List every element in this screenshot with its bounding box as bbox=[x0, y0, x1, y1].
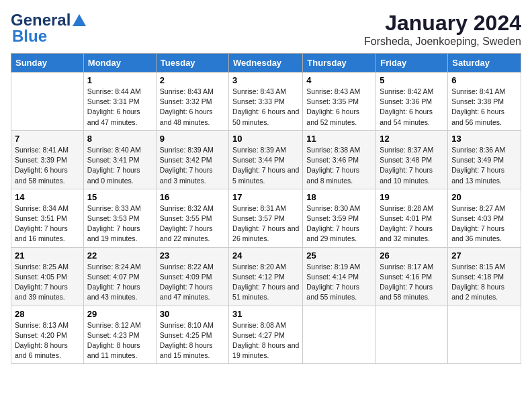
day-info: Sunrise: 8:33 AMSunset: 3:53 PMDaylight:… bbox=[87, 203, 152, 244]
day-number: 27 bbox=[451, 250, 517, 261]
calendar-cell: 19Sunrise: 8:28 AMSunset: 4:01 PMDayligh… bbox=[376, 189, 448, 247]
calendar-cell: 29Sunrise: 8:12 AMSunset: 4:23 PMDayligh… bbox=[83, 306, 156, 364]
day-info: Sunrise: 8:36 AMSunset: 3:49 PMDaylight:… bbox=[451, 145, 517, 186]
day-info: Sunrise: 8:22 AMSunset: 4:09 PMDaylight:… bbox=[160, 262, 225, 303]
day-info: Sunrise: 8:43 AMSunset: 3:33 PMDaylight:… bbox=[232, 87, 299, 128]
calendar-cell: 30Sunrise: 8:10 AMSunset: 4:25 PMDayligh… bbox=[156, 306, 228, 364]
day-number: 9 bbox=[160, 134, 225, 144]
calendar-cell: 27Sunrise: 8:15 AMSunset: 4:18 PMDayligh… bbox=[448, 247, 521, 306]
day-info: Sunrise: 8:37 AMSunset: 3:48 PMDaylight:… bbox=[380, 145, 444, 186]
calendar-cell: 4Sunrise: 8:43 AMSunset: 3:35 PMDaylight… bbox=[303, 73, 376, 131]
day-info: Sunrise: 8:40 AMSunset: 3:41 PMDaylight:… bbox=[87, 145, 152, 186]
day-number: 19 bbox=[380, 192, 444, 202]
calendar-cell: 5Sunrise: 8:42 AMSunset: 3:36 PMDaylight… bbox=[376, 73, 448, 131]
calendar-cell: 31Sunrise: 8:08 AMSunset: 4:27 PMDayligh… bbox=[229, 306, 303, 364]
day-number: 31 bbox=[232, 309, 299, 319]
calendar-cell: 11Sunrise: 8:38 AMSunset: 3:46 PMDayligh… bbox=[303, 130, 376, 189]
day-info: Sunrise: 8:42 AMSunset: 3:36 PMDaylight:… bbox=[380, 87, 444, 128]
calendar-cell: 13Sunrise: 8:36 AMSunset: 3:49 PMDayligh… bbox=[448, 130, 521, 189]
day-number: 4 bbox=[306, 75, 372, 85]
calendar-cell: 8Sunrise: 8:40 AMSunset: 3:41 PMDaylight… bbox=[83, 130, 156, 189]
day-info: Sunrise: 8:43 AMSunset: 3:35 PMDaylight:… bbox=[306, 87, 372, 128]
calendar-table: SundayMondayTuesdayWednesdayThursdayFrid… bbox=[11, 53, 521, 364]
header-monday: Monday bbox=[83, 54, 156, 73]
day-number: 10 bbox=[232, 134, 299, 144]
day-number: 23 bbox=[160, 250, 225, 261]
calendar-cell: 9Sunrise: 8:39 AMSunset: 3:42 PMDaylight… bbox=[156, 130, 228, 189]
day-number: 8 bbox=[87, 134, 152, 144]
day-info: Sunrise: 8:10 AMSunset: 4:25 PMDaylight:… bbox=[160, 320, 225, 361]
calendar-cell: 12Sunrise: 8:37 AMSunset: 3:48 PMDayligh… bbox=[376, 130, 448, 189]
page-title: January 2024 bbox=[364, 11, 521, 36]
day-info: Sunrise: 8:41 AMSunset: 3:38 PMDaylight:… bbox=[451, 87, 517, 128]
calendar-cell: 20Sunrise: 8:27 AMSunset: 4:03 PMDayligh… bbox=[448, 189, 521, 247]
day-number: 2 bbox=[160, 75, 225, 85]
day-info: Sunrise: 8:15 AMSunset: 4:18 PMDaylight:… bbox=[451, 262, 517, 303]
calendar-cell: 6Sunrise: 8:41 AMSunset: 3:38 PMDaylight… bbox=[448, 73, 521, 131]
logo-blue: Blue bbox=[12, 27, 47, 46]
day-number: 29 bbox=[87, 309, 152, 319]
day-info: Sunrise: 8:39 AMSunset: 3:42 PMDaylight:… bbox=[160, 145, 225, 186]
day-number: 13 bbox=[451, 134, 517, 144]
svg-marker-0 bbox=[73, 14, 86, 26]
day-info: Sunrise: 8:20 AMSunset: 4:12 PMDaylight:… bbox=[232, 262, 299, 303]
day-info: Sunrise: 8:44 AMSunset: 3:31 PMDaylight:… bbox=[87, 87, 152, 128]
calendar-cell: 18Sunrise: 8:30 AMSunset: 3:59 PMDayligh… bbox=[303, 189, 376, 247]
day-number: 25 bbox=[306, 250, 372, 261]
day-info: Sunrise: 8:34 AMSunset: 3:51 PMDaylight:… bbox=[15, 203, 80, 244]
calendar-cell: 23Sunrise: 8:22 AMSunset: 4:09 PMDayligh… bbox=[156, 247, 228, 306]
day-number: 7 bbox=[15, 134, 80, 144]
day-info: Sunrise: 8:25 AMSunset: 4:05 PMDaylight:… bbox=[15, 262, 80, 303]
logo: General Blue bbox=[11, 11, 87, 46]
day-number: 24 bbox=[232, 250, 299, 261]
day-info: Sunrise: 8:41 AMSunset: 3:39 PMDaylight:… bbox=[15, 145, 80, 186]
header-saturday: Saturday bbox=[448, 54, 521, 73]
calendar-week-3: 14Sunrise: 8:34 AMSunset: 3:51 PMDayligh… bbox=[11, 189, 521, 247]
calendar-cell: 24Sunrise: 8:20 AMSunset: 4:12 PMDayligh… bbox=[229, 247, 303, 306]
calendar-cell: 10Sunrise: 8:39 AMSunset: 3:44 PMDayligh… bbox=[229, 130, 303, 189]
calendar-cell: 17Sunrise: 8:31 AMSunset: 3:57 PMDayligh… bbox=[229, 189, 303, 247]
day-info: Sunrise: 8:32 AMSunset: 3:55 PMDaylight:… bbox=[160, 203, 225, 244]
calendar-week-4: 21Sunrise: 8:25 AMSunset: 4:05 PMDayligh… bbox=[11, 247, 521, 306]
day-number: 28 bbox=[15, 309, 80, 319]
calendar-cell: 16Sunrise: 8:32 AMSunset: 3:55 PMDayligh… bbox=[156, 189, 228, 247]
calendar-cell: 22Sunrise: 8:24 AMSunset: 4:07 PMDayligh… bbox=[83, 247, 156, 306]
day-number: 15 bbox=[87, 192, 152, 202]
day-number: 17 bbox=[232, 192, 299, 202]
calendar-cell: 28Sunrise: 8:13 AMSunset: 4:20 PMDayligh… bbox=[11, 306, 84, 364]
calendar-cell: 26Sunrise: 8:17 AMSunset: 4:16 PMDayligh… bbox=[376, 247, 448, 306]
calendar-cell bbox=[376, 306, 448, 364]
day-number: 30 bbox=[160, 309, 225, 319]
day-number: 11 bbox=[306, 134, 372, 144]
header-sunday: Sunday bbox=[11, 54, 84, 73]
day-number: 14 bbox=[15, 192, 80, 202]
day-info: Sunrise: 8:24 AMSunset: 4:07 PMDaylight:… bbox=[87, 262, 152, 303]
calendar-week-5: 28Sunrise: 8:13 AMSunset: 4:20 PMDayligh… bbox=[11, 306, 521, 364]
day-number: 1 bbox=[87, 75, 152, 85]
day-info: Sunrise: 8:19 AMSunset: 4:14 PMDaylight:… bbox=[306, 262, 372, 303]
day-info: Sunrise: 8:17 AMSunset: 4:16 PMDaylight:… bbox=[380, 262, 444, 303]
title-block: January 2024 Forsheda, Joenkoeping, Swed… bbox=[364, 11, 521, 48]
day-info: Sunrise: 8:43 AMSunset: 3:32 PMDaylight:… bbox=[160, 87, 225, 128]
header-friday: Friday bbox=[376, 54, 448, 73]
page-subtitle: Forsheda, Joenkoeping, Sweden bbox=[364, 36, 521, 48]
calendar-cell bbox=[11, 73, 84, 131]
day-info: Sunrise: 8:30 AMSunset: 3:59 PMDaylight:… bbox=[306, 203, 372, 244]
day-info: Sunrise: 8:28 AMSunset: 4:01 PMDaylight:… bbox=[380, 203, 444, 244]
day-number: 3 bbox=[232, 75, 299, 85]
day-number: 18 bbox=[306, 192, 372, 202]
day-info: Sunrise: 8:39 AMSunset: 3:44 PMDaylight:… bbox=[232, 145, 299, 186]
calendar-cell: 25Sunrise: 8:19 AMSunset: 4:14 PMDayligh… bbox=[303, 247, 376, 306]
calendar-cell: 21Sunrise: 8:25 AMSunset: 4:05 PMDayligh… bbox=[11, 247, 84, 306]
day-info: Sunrise: 8:13 AMSunset: 4:20 PMDaylight:… bbox=[15, 320, 80, 361]
day-info: Sunrise: 8:27 AMSunset: 4:03 PMDaylight:… bbox=[451, 203, 517, 244]
page-header: General Blue January 2024 Forsheda, Joen… bbox=[11, 11, 521, 48]
calendar-week-1: 1Sunrise: 8:44 AMSunset: 3:31 PMDaylight… bbox=[11, 73, 521, 131]
calendar-cell bbox=[303, 306, 376, 364]
calendar-cell: 14Sunrise: 8:34 AMSunset: 3:51 PMDayligh… bbox=[11, 189, 84, 247]
header-tuesday: Tuesday bbox=[156, 54, 228, 73]
header-wednesday: Wednesday bbox=[229, 54, 303, 73]
day-number: 6 bbox=[451, 75, 517, 85]
calendar-week-2: 7Sunrise: 8:41 AMSunset: 3:39 PMDaylight… bbox=[11, 130, 521, 189]
day-number: 26 bbox=[380, 250, 444, 261]
